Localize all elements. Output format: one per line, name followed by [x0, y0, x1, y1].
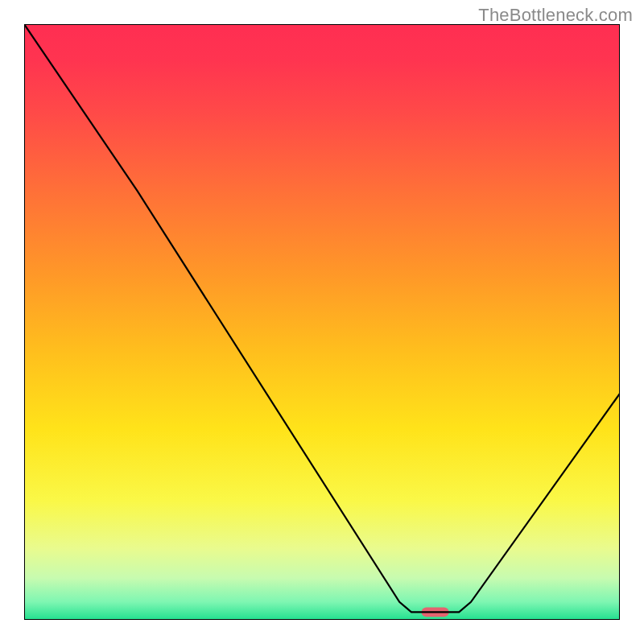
- chart-plot-area: [24, 24, 620, 620]
- bottleneck-chart: [24, 24, 620, 620]
- watermark-text: TheBottleneck.com: [478, 5, 633, 26]
- chart-background-gradient: [24, 24, 620, 620]
